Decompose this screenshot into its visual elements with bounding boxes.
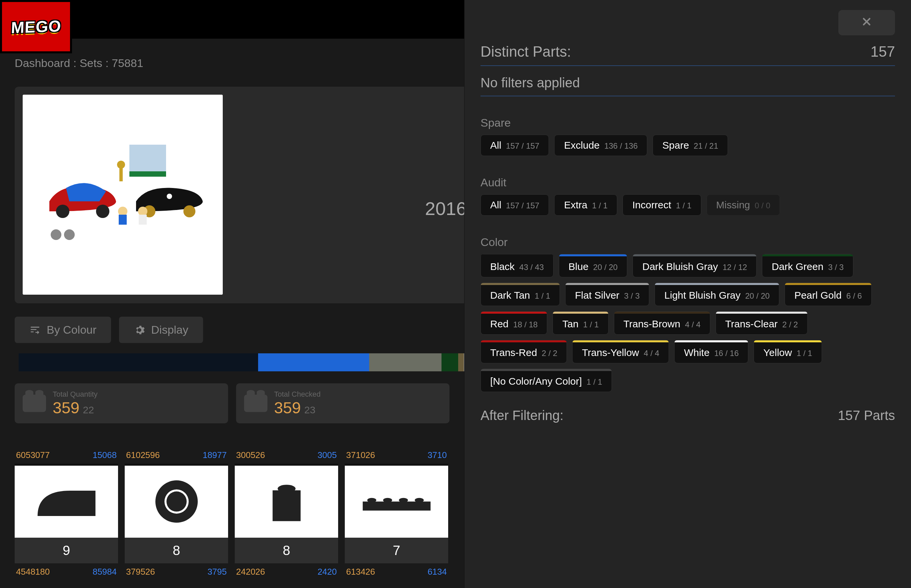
chip-all[interactable]: All157 / 157 bbox=[481, 135, 549, 156]
brick-icon bbox=[23, 395, 46, 412]
color-chips: Black43 / 43Blue20 / 20Dark Bluish Gray1… bbox=[481, 254, 895, 392]
color-chip-flat-silver[interactable]: Flat Silver3 / 3 bbox=[565, 283, 649, 306]
color-chip-white[interactable]: White16 / 16 bbox=[674, 340, 748, 363]
chip-count: 3 / 3 bbox=[828, 263, 844, 272]
logo-text: MEGO bbox=[11, 17, 62, 37]
part-image bbox=[235, 464, 338, 538]
chip-label: Incorrect bbox=[632, 199, 671, 211]
chip-count: 20 / 20 bbox=[745, 291, 770, 300]
brick-icon bbox=[244, 395, 267, 412]
filter-panel: Distinct Parts: 157 No filters applied S… bbox=[464, 0, 911, 588]
no-filters-row: No filters applied bbox=[481, 75, 895, 96]
svg-point-8 bbox=[183, 205, 196, 217]
chip-count: 1 / 1 bbox=[592, 201, 608, 210]
chip-count: 4 / 4 bbox=[685, 320, 701, 330]
svg-point-22 bbox=[367, 498, 376, 503]
colour-segment[interactable] bbox=[19, 353, 258, 372]
total-quantity-card: Total Quantity 359 22 bbox=[15, 383, 228, 423]
chip-label: White bbox=[684, 347, 710, 358]
colour-segment[interactable] bbox=[369, 353, 442, 372]
part-header2: 454818085984 bbox=[15, 563, 118, 580]
chip-label: Tan bbox=[562, 318, 578, 330]
total-checked-card: Total Checked 359 23 bbox=[236, 383, 450, 423]
distinct-parts-row: Distinct Parts: 157 bbox=[481, 43, 895, 66]
spare-chips: All157 / 157Exclude136 / 136Spare21 / 21 bbox=[481, 135, 895, 156]
audit-section: Audit All157 / 157Extra1 / 1Incorrect1 /… bbox=[481, 176, 895, 216]
color-chip-tan[interactable]: Tan1 / 1 bbox=[553, 311, 608, 335]
chip-extra[interactable]: Extra1 / 1 bbox=[554, 194, 617, 216]
svg-point-12 bbox=[138, 207, 147, 216]
chip-label: [No Color/Any Color] bbox=[490, 376, 582, 387]
chip-label: Trans-Red bbox=[490, 347, 537, 358]
part-image bbox=[345, 464, 448, 538]
chip-exclude[interactable]: Exclude136 / 136 bbox=[554, 135, 647, 156]
chip-count: 43 / 43 bbox=[519, 263, 544, 272]
part-code-b: 15068 bbox=[93, 450, 117, 460]
svg-rect-3 bbox=[120, 168, 123, 181]
svg-rect-2 bbox=[129, 171, 166, 177]
svg-rect-11 bbox=[119, 215, 127, 225]
part-header: 610259618977 bbox=[125, 447, 228, 464]
color-chip-black[interactable]: Black43 / 43 bbox=[481, 254, 553, 277]
total-quantity-value: 359 bbox=[53, 399, 79, 417]
part-code-a: 300526 bbox=[236, 450, 265, 460]
part-image bbox=[125, 464, 228, 538]
part2-code-a: 242026 bbox=[236, 567, 265, 577]
svg-point-24 bbox=[399, 498, 408, 503]
chip-count: 2 / 2 bbox=[542, 349, 558, 358]
chip-count: 3 / 3 bbox=[624, 291, 640, 300]
color-chip-red[interactable]: Red18 / 18 bbox=[481, 311, 547, 335]
chip-count: 16 / 16 bbox=[714, 349, 739, 358]
by-colour-button[interactable]: By Colour bbox=[15, 317, 111, 343]
part-code-a: 6102596 bbox=[126, 450, 160, 460]
colour-segment[interactable] bbox=[442, 353, 458, 372]
chip-label: Light Bluish Gray bbox=[664, 290, 740, 301]
by-colour-label: By Colour bbox=[47, 323, 96, 336]
chip-all[interactable]: All157 / 157 bbox=[481, 194, 549, 216]
chip-label: Exclude bbox=[564, 140, 600, 151]
close-button[interactable] bbox=[838, 10, 895, 36]
chip-incorrect[interactable]: Incorrect1 / 1 bbox=[623, 194, 701, 216]
color-chip-dark-tan[interactable]: Dark Tan1 / 1 bbox=[481, 283, 560, 306]
color-chip--no-color-any-color-[interactable]: [No Color/Any Color]1 / 1 bbox=[481, 369, 612, 392]
close-icon bbox=[861, 16, 873, 27]
audit-chips: All157 / 157Extra1 / 1Incorrect1 / 1Miss… bbox=[481, 194, 895, 216]
color-chip-trans-yellow[interactable]: Trans-Yellow4 / 4 bbox=[572, 340, 669, 363]
part-header2: 2420262420 bbox=[235, 563, 338, 580]
svg-point-6 bbox=[96, 205, 109, 218]
display-button[interactable]: Display bbox=[119, 317, 203, 343]
svg-rect-1 bbox=[129, 145, 166, 171]
color-chip-yellow[interactable]: Yellow1 / 1 bbox=[754, 340, 822, 363]
colour-segment[interactable] bbox=[458, 353, 464, 372]
part-card[interactable]: 300526300582420262420 bbox=[235, 447, 338, 580]
svg-rect-21 bbox=[362, 502, 430, 510]
svg-point-15 bbox=[64, 229, 75, 240]
colour-segment[interactable] bbox=[258, 353, 369, 372]
part-card[interactable]: 371026371076134266134 bbox=[345, 447, 448, 580]
part2-code-a: 379526 bbox=[126, 567, 155, 577]
svg-point-4 bbox=[117, 161, 125, 169]
part2-code-b: 6134 bbox=[427, 567, 447, 577]
chip-label: Yellow bbox=[763, 347, 792, 358]
part-card[interactable]: 6053077150689454818085984 bbox=[15, 447, 118, 580]
parts-grid: 6053077150689454818085984610259618977837… bbox=[15, 447, 448, 580]
chip-label: Extra bbox=[564, 199, 587, 211]
color-chip-trans-clear[interactable]: Trans-Clear2 / 2 bbox=[715, 311, 807, 335]
set-illustration bbox=[23, 95, 223, 295]
chip-spare[interactable]: Spare21 / 21 bbox=[652, 135, 728, 156]
part-card[interactable]: 61025961897783795263795 bbox=[125, 447, 228, 580]
chip-count: 157 / 157 bbox=[506, 201, 539, 210]
color-chip-trans-red[interactable]: Trans-Red2 / 2 bbox=[481, 340, 567, 363]
color-chip-dark-bluish-gray[interactable]: Dark Bluish Gray12 / 12 bbox=[633, 254, 757, 277]
logo[interactable]: MEGO bbox=[0, 0, 72, 53]
color-chip-trans-brown[interactable]: Trans-Brown4 / 4 bbox=[614, 311, 710, 335]
set-image bbox=[23, 95, 223, 295]
color-chip-pearl-gold[interactable]: Pearl Gold6 / 6 bbox=[785, 283, 871, 306]
breadcrumb: Dashboard : Sets : 75881 bbox=[15, 57, 143, 69]
chip-label: Missing bbox=[716, 199, 750, 211]
color-chip-dark-green[interactable]: Dark Green3 / 3 bbox=[762, 254, 853, 277]
chip-label: Red bbox=[490, 318, 508, 330]
color-chip-blue[interactable]: Blue20 / 20 bbox=[559, 254, 627, 277]
part2-code-b: 3795 bbox=[207, 567, 227, 577]
color-chip-light-bluish-gray[interactable]: Light Bluish Gray20 / 20 bbox=[655, 283, 779, 306]
